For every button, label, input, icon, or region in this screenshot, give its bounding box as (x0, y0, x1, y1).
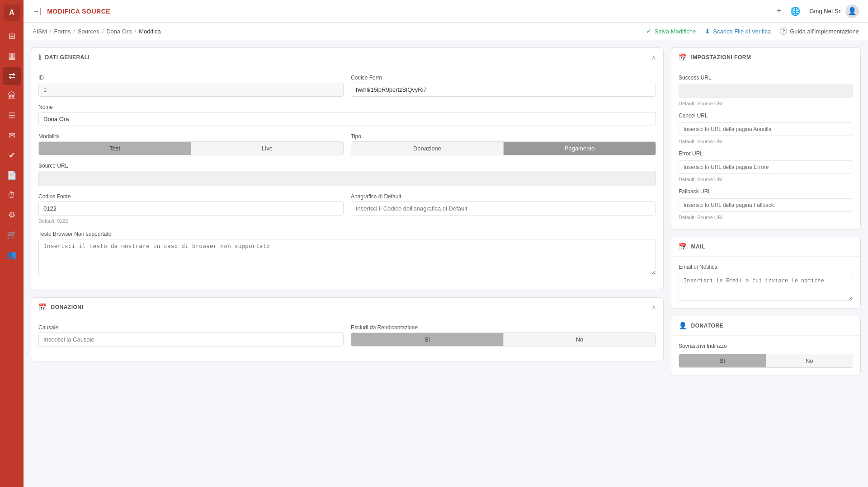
modalita-group: Modalità Test Live (38, 133, 344, 155)
tipo-pagamento-button[interactable]: Pagamento (503, 142, 656, 155)
sidebar-item-sources[interactable]: ⇄ (3, 67, 21, 85)
causale-escludi-row: Causale Escludi da Rendicontazione Sì No (38, 324, 656, 347)
sovrascrivi-si-button[interactable]: Sì (679, 354, 766, 367)
sep1: / (50, 28, 52, 35)
id-input[interactable] (38, 83, 344, 97)
guida-button[interactable]: ? Guida all'Implementazione (780, 28, 859, 35)
donatore-title: DONATORE (691, 323, 724, 329)
tipo-donazione-button[interactable]: Donazione (351, 142, 503, 155)
fallback-url-group: Fallback URL Default: Source URL (679, 188, 853, 220)
collapse-donazioni-button[interactable]: ∧ (651, 304, 656, 311)
escludi-no-button[interactable]: No (503, 333, 656, 346)
id-label: ID (38, 75, 344, 81)
sidebar-toggle-icon[interactable]: →| (33, 7, 42, 15)
dati-generali-title: DATI GENERALI (45, 54, 90, 61)
globe-icon[interactable]: 🌐 (790, 6, 800, 16)
nome-input[interactable] (38, 112, 656, 126)
dati-generali-header-left: ℹ DATI GENERALI (38, 53, 90, 61)
help-icon: ? (780, 28, 787, 35)
breadcrumb-donora[interactable]: Dona Ora (106, 28, 132, 35)
testo-browser-textarea[interactable] (38, 239, 656, 275)
breadcrumb-sources[interactable]: Sources (78, 28, 99, 35)
tipo-label: Tipo (351, 133, 656, 140)
email-notifica-group: Email di Notifica (679, 264, 853, 301)
breadcrumb-aism[interactable]: AISM (33, 28, 47, 35)
codice-fonte-group: Codice Fonte Default: 0122 (38, 193, 344, 224)
sidebar-item-users[interactable]: 👥 (3, 246, 21, 264)
sidebar-item-mail[interactable]: ✉ (3, 126, 21, 145)
sidebar-item-clock[interactable]: ⏱ (3, 186, 21, 204)
nome-label: Nome (38, 104, 656, 110)
breadcrumb-actions: ✓ Salva Modifiche ⬇ Scarica File di Veri… (646, 27, 859, 35)
codice-fonte-hint: Default: 0122 (38, 218, 344, 224)
sidebar-item-dashboard[interactable]: ⊞ (3, 27, 21, 45)
fallback-url-hint: Default: Source URL (679, 215, 853, 220)
user-menu[interactable]: Gmg Net Srl 👤 (809, 5, 859, 18)
scarica-file-button[interactable]: ⬇ Scarica File di Verifica (705, 28, 771, 35)
email-notifica-label: Email di Notifica (679, 264, 853, 270)
codice-form-label: Codice Form (351, 75, 656, 81)
error-url-input[interactable] (679, 160, 853, 174)
sidebar-item-tasks[interactable]: ✔ (3, 146, 21, 164)
causale-input[interactable] (38, 332, 344, 347)
id-group: ID (38, 75, 344, 97)
error-url-label: Error URL (679, 150, 853, 157)
modalita-toggle: Test Live (38, 141, 344, 155)
sidebar-item-shop[interactable]: 🛒 (3, 226, 21, 244)
email-notifica-textarea[interactable] (679, 274, 853, 301)
collapse-dati-generali-button[interactable]: ∧ (651, 54, 656, 61)
fallback-url-input[interactable] (679, 198, 853, 212)
person-icon: 👤 (679, 322, 688, 330)
testo-browser-label: Testo Browser Non supportato (38, 231, 656, 237)
codice-anagrafica-row: Codice Fonte Default: 0122 Anagrafica di… (38, 193, 656, 224)
success-url-hint: Default: Source URL (679, 101, 853, 106)
donatore-header: 👤 DONATORE (671, 316, 860, 336)
sidebar-item-billing[interactable]: 📄 (3, 166, 21, 184)
topbar: →| MODIFICA SOURCE + 🌐 Gmg Net Srl 👤 (24, 0, 868, 23)
success-url-input[interactable] (679, 84, 853, 98)
causale-label: Causale (38, 324, 344, 331)
sidebar-item-banking[interactable]: 🏛 (3, 87, 21, 105)
sidebar-item-forms[interactable]: ▦ (3, 47, 21, 65)
mail-card: 📅 MAIL Email di Notifica (671, 237, 861, 309)
sidebar-item-reports[interactable]: ☰ (3, 107, 21, 125)
sidebar-logo: A (4, 5, 20, 21)
cancel-url-hint: Default: Source URL (679, 139, 853, 144)
source-url-group: Source URL (38, 163, 656, 186)
breadcrumb-forms[interactable]: Forms (54, 28, 71, 35)
escludi-group: Escludi da Rendicontazione Sì No (351, 324, 656, 347)
escludi-si-button[interactable]: Sì (351, 333, 503, 346)
sep2: / (73, 28, 75, 35)
source-url-bar (38, 171, 656, 186)
donazioni-header-left: 📅 DONAZIONI (38, 303, 83, 311)
dati-generali-header: ℹ DATI GENERALI ∧ (31, 48, 663, 67)
error-url-hint: Default: Source URL (679, 177, 853, 182)
right-column: 📅 IMPOSTAZIONI FORM Success URL Default:… (671, 47, 861, 480)
mail-title: MAIL (691, 244, 705, 250)
breadcrumb-current: Modifica (139, 28, 160, 35)
anagrafica-input[interactable] (351, 201, 656, 215)
mail-header: 📅 MAIL (671, 237, 860, 257)
salva-modifiche-button[interactable]: ✓ Salva Modifiche (646, 27, 696, 35)
sep4: / (135, 28, 137, 35)
calendar-icon-2: 📅 (679, 53, 688, 61)
calendar-icon: 📅 (38, 303, 47, 311)
breadcrumb-bar: AISM / Forms / Sources / Dona Ora / Modi… (24, 23, 868, 40)
modalita-live-button[interactable]: Live (191, 142, 343, 155)
donatore-body: Sovrascrivi Indirizzo Sì No (671, 336, 860, 375)
codice-fonte-input[interactable] (38, 201, 344, 215)
tipo-toggle: Donazione Pagamento (351, 141, 656, 155)
user-avatar: 👤 (845, 5, 859, 18)
add-icon[interactable]: + (777, 6, 782, 16)
sidebar-item-settings[interactable]: ⚙ (3, 206, 21, 224)
modalita-test-button[interactable]: Test (39, 142, 191, 155)
donatore-card: 👤 DONATORE Sovrascrivi Indirizzo Sì No (671, 316, 861, 375)
impostazioni-form-card: 📅 IMPOSTAZIONI FORM Success URL Default:… (671, 47, 861, 229)
cancel-url-input[interactable] (679, 122, 853, 136)
anagrafica-label: Anagrafica di Default (351, 193, 656, 200)
sovrascrivi-no-button[interactable]: No (766, 354, 853, 367)
download-icon: ⬇ (705, 28, 710, 35)
codice-form-input[interactable] (351, 83, 656, 97)
escludi-toggle: Sì No (351, 332, 656, 347)
sovrascrivi-label: Sovrascrivi Indirizzo (679, 343, 853, 349)
